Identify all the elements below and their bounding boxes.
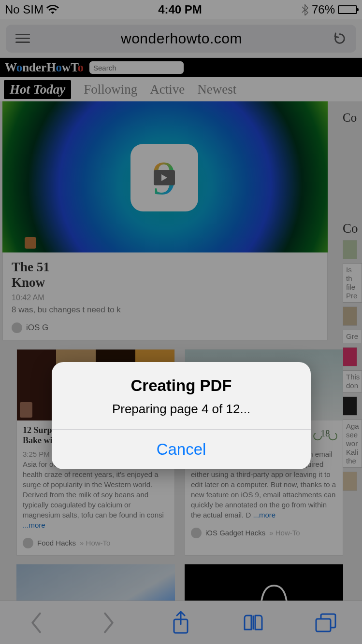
cancel-button[interactable]: Cancel [52,429,311,469]
modal-backdrop [0,0,362,644]
alert-dialog: Creating PDF Preparing page 4 of 12... C… [52,362,311,469]
alert-title: Creating PDF [61,377,301,395]
alert-message: Preparing page 4 of 12... [61,402,301,417]
